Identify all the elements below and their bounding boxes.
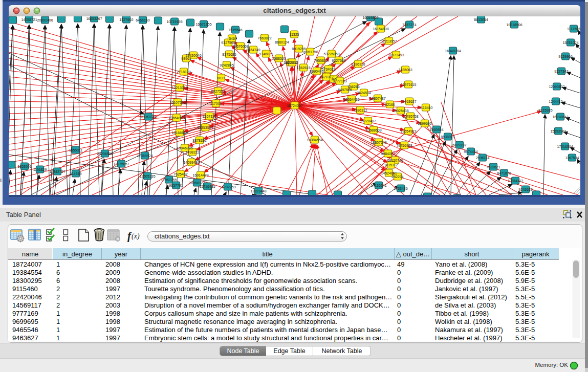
svg-text:7955812: 7955812 xyxy=(314,59,328,62)
svg-text:14524851: 14524851 xyxy=(381,171,397,175)
svg-text:15692901: 15692901 xyxy=(550,129,566,133)
svg-text:29676068: 29676068 xyxy=(232,45,248,48)
svg-text:117001: 117001 xyxy=(210,102,222,105)
svg-text:15751024: 15751024 xyxy=(562,41,578,45)
svg-text:2935114: 2935114 xyxy=(476,156,490,160)
svg-text:13975857: 13975857 xyxy=(113,162,129,166)
svg-text:2718129: 2718129 xyxy=(177,70,190,74)
svg-text:10046785: 10046785 xyxy=(177,146,192,150)
svg-text:1527602: 1527602 xyxy=(119,18,133,21)
svg-text:8660124: 8660124 xyxy=(275,40,289,44)
svg-text:1117506: 1117506 xyxy=(567,27,580,31)
svg-text:16107556: 16107556 xyxy=(169,101,185,104)
svg-text:6466160: 6466160 xyxy=(136,18,149,22)
svg-text:9984067: 9984067 xyxy=(381,152,395,156)
svg-text:7663822: 7663822 xyxy=(257,36,271,40)
svg-text:16671355: 16671355 xyxy=(195,23,211,26)
svg-text:10854112: 10854112 xyxy=(508,179,524,183)
svg-text:8427553: 8427553 xyxy=(211,90,225,93)
svg-text:1498222: 1498222 xyxy=(185,150,199,154)
svg-text:9857791: 9857791 xyxy=(169,184,183,187)
svg-text:15495758: 15495758 xyxy=(402,115,418,118)
svg-text:7632621: 7632621 xyxy=(486,165,500,169)
svg-text:14055721: 14055721 xyxy=(21,18,37,21)
svg-text:20053346: 20053346 xyxy=(140,115,156,119)
svg-text:1655311: 1655311 xyxy=(69,148,83,152)
svg-text:8215935: 8215935 xyxy=(538,108,552,112)
svg-text:16210643: 16210643 xyxy=(552,115,568,119)
svg-text:9227342: 9227342 xyxy=(554,70,568,73)
svg-text:16653267: 16653267 xyxy=(86,17,102,20)
svg-text:14136141: 14136141 xyxy=(371,184,386,187)
svg-text:19166825: 19166825 xyxy=(171,131,187,135)
svg-text:1167534: 1167534 xyxy=(565,156,579,160)
svg-text:12823448: 12823448 xyxy=(250,189,266,193)
svg-text:15716485: 15716485 xyxy=(199,185,215,188)
svg-text:1156829: 1156829 xyxy=(33,168,47,171)
svg-text:252214: 252214 xyxy=(391,175,403,179)
svg-text:9115460: 9115460 xyxy=(419,106,433,110)
svg-text:546: 546 xyxy=(229,37,235,40)
svg-text:19654963: 19654963 xyxy=(168,116,184,120)
svg-text:1362615: 1362615 xyxy=(296,66,310,70)
svg-text:7485063: 7485063 xyxy=(398,68,412,72)
svg-text:7857274: 7857274 xyxy=(402,23,416,27)
svg-text:12342757: 12342757 xyxy=(49,170,65,173)
svg-text:8186328: 8186328 xyxy=(351,62,365,66)
svg-text:79756928: 79756928 xyxy=(396,144,412,147)
svg-text:20364436: 20364436 xyxy=(343,98,359,101)
svg-text:16961758: 16961758 xyxy=(302,50,318,54)
svg-text:10973493: 10973493 xyxy=(388,53,404,57)
svg-text:16914479: 16914479 xyxy=(192,173,208,177)
svg-text:10958127: 10958127 xyxy=(189,181,205,185)
svg-text:62160: 62160 xyxy=(385,103,395,106)
svg-text:14099484: 14099484 xyxy=(183,161,199,164)
svg-text:1244415: 1244415 xyxy=(549,100,562,103)
svg-text:19218506: 19218506 xyxy=(506,23,522,27)
svg-text:8375685: 8375685 xyxy=(222,53,236,56)
svg-text:7625402: 7625402 xyxy=(173,172,187,176)
svg-text:9327505: 9327505 xyxy=(221,41,235,45)
svg-text:12213319: 12213319 xyxy=(171,86,187,90)
svg-text:7386312: 7386312 xyxy=(353,108,367,112)
svg-text:20691406: 20691406 xyxy=(37,18,53,22)
svg-text:17359924: 17359924 xyxy=(137,154,153,158)
svg-text:20206556: 20206556 xyxy=(97,152,113,156)
svg-text:16782759: 16782759 xyxy=(220,185,235,189)
svg-text:6734023: 6734023 xyxy=(321,68,335,71)
svg-text:822013: 822013 xyxy=(286,61,298,64)
svg-text:10025438: 10025438 xyxy=(393,109,408,113)
svg-text:8471876: 8471876 xyxy=(497,171,511,175)
svg-text:8938913: 8938913 xyxy=(441,135,454,139)
svg-text:1615112: 1615112 xyxy=(384,163,398,167)
svg-text:3267110: 3267110 xyxy=(203,115,216,118)
svg-text:16848784: 16848784 xyxy=(445,49,461,53)
svg-text:16154808: 16154808 xyxy=(373,27,388,31)
svg-text:12213957: 12213957 xyxy=(381,39,397,43)
svg-text:6879197: 6879197 xyxy=(452,143,466,147)
svg-text:9474444: 9474444 xyxy=(464,150,477,154)
svg-text:3624534: 3624534 xyxy=(357,91,371,95)
svg-text:17016504: 17016504 xyxy=(557,145,573,148)
svg-text:(x): (x) xyxy=(132,232,140,240)
svg-text:6497568: 6497568 xyxy=(338,88,352,92)
svg-text:8813054: 8813054 xyxy=(474,18,488,21)
svg-text:9129966: 9129966 xyxy=(558,55,572,58)
svg-text:15720407: 15720407 xyxy=(360,119,376,123)
svg-text:10807487: 10807487 xyxy=(369,97,385,100)
svg-text:1640954: 1640954 xyxy=(429,128,443,132)
svg-text:8031: 8031 xyxy=(217,76,225,80)
svg-text:11353594: 11353594 xyxy=(198,126,213,129)
svg-text:19654923: 19654923 xyxy=(400,129,416,133)
svg-text:18724007: 18724007 xyxy=(287,104,302,107)
svg-text:16053809: 16053809 xyxy=(362,16,378,19)
svg-text:746266: 746266 xyxy=(347,85,359,89)
svg-text:1733426: 1733426 xyxy=(394,187,407,190)
svg-text:7515546: 7515546 xyxy=(228,28,242,32)
svg-text:12505135: 12505135 xyxy=(139,174,155,178)
svg-text:12093832: 12093832 xyxy=(549,85,564,89)
svg-text:9146821: 9146821 xyxy=(259,52,273,56)
svg-text:9327509: 9327509 xyxy=(332,59,345,62)
svg-text:13975115: 13975115 xyxy=(401,83,417,86)
svg-text:6899695: 6899695 xyxy=(418,122,431,125)
